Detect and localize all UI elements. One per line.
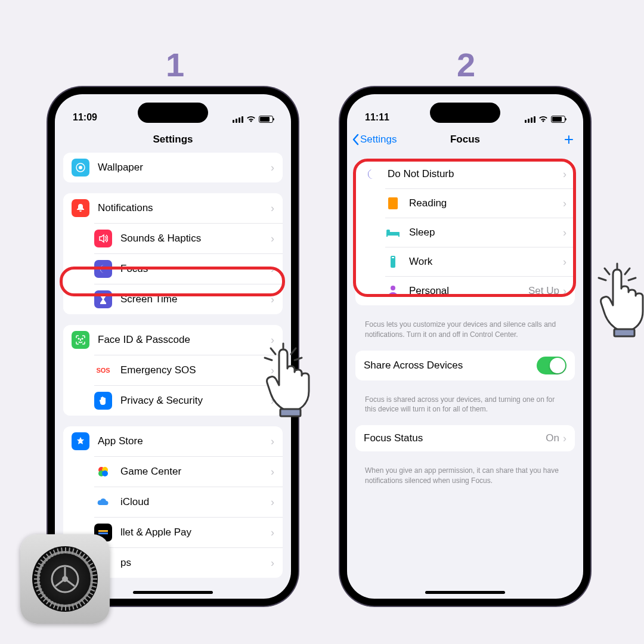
sos-icon: SOS [94, 361, 112, 379]
tap-hand-icon [590, 262, 644, 340]
svg-point-2 [78, 338, 79, 339]
gamecenter-icon [94, 463, 112, 481]
home-indicator [133, 591, 213, 594]
nav-bar: Settings [55, 126, 291, 153]
appstore-icon [72, 432, 89, 450]
svg-line-25 [605, 268, 609, 274]
wifi-icon [538, 116, 548, 123]
hand-icon [94, 392, 112, 410]
status-time: 11:11 [365, 112, 389, 123]
chevron-right-icon: › [271, 293, 274, 306]
svg-rect-15 [398, 235, 400, 237]
chevron-right-icon: › [271, 496, 274, 509]
nav-bar: Settings Focus + [347, 126, 583, 153]
svg-line-35 [65, 579, 75, 586]
chevron-right-icon: › [563, 227, 566, 239]
chevron-right-icon: › [271, 233, 274, 245]
settings-row-screen-time[interactable]: Screen Time› [94, 284, 283, 314]
svg-line-26 [599, 278, 606, 280]
settings-row-face-id-passcode[interactable]: Face ID & Passcode› [63, 325, 283, 355]
chevron-right-icon: › [271, 334, 274, 346]
svg-line-34 [55, 579, 65, 586]
settings-row-privacy-security[interactable]: Privacy & Security› [94, 385, 283, 416]
wallpaper-icon [72, 159, 89, 177]
step-number-1: 1 [166, 45, 184, 84]
settings-app-icon [20, 534, 110, 624]
dynamic-island [430, 103, 500, 123]
home-indicator [425, 591, 505, 594]
settings-row--llet-apple-pay[interactable]: llet & Apple Pay› [94, 517, 283, 547]
chevron-right-icon: › [563, 432, 566, 445]
chevron-right-icon: › [271, 263, 274, 275]
settings-row-notifications[interactable]: Notifications› [63, 193, 283, 223]
svg-point-18 [391, 286, 395, 290]
focus-status-row[interactable]: Focus Status On › [355, 425, 575, 451]
settings-row-app-store[interactable]: App Store› [63, 426, 283, 456]
focus-mode-personal[interactable]: PersonalSet Up› [385, 276, 575, 305]
phone-2: 11:11 Settings Focus + Do Not Disturb›Re… [340, 87, 590, 606]
focus-mode-icon [364, 166, 379, 182]
focus-mode-sleep[interactable]: Sleep› [385, 218, 575, 247]
cloud-icon [94, 493, 112, 511]
svg-rect-30 [614, 329, 634, 336]
svg-rect-10 [98, 532, 108, 534]
focus-mode-do-not-disturb[interactable]: Do Not Disturb› [355, 160, 575, 188]
chevron-right-icon: › [271, 364, 274, 377]
back-button[interactable]: Settings [352, 134, 397, 145]
svg-rect-9 [98, 530, 108, 532]
chevron-right-icon: › [563, 168, 566, 181]
focus-mode-icon [385, 196, 401, 211]
phone-1: 11:09 Settings Wallpaper› Notifications›… [48, 87, 298, 606]
chevron-right-icon: › [563, 285, 566, 298]
share-across-devices-row[interactable]: Share Across Devices [355, 351, 575, 380]
svg-line-28 [628, 278, 636, 280]
settings-row-sounds-haptics[interactable]: Sounds & Haptics› [94, 223, 283, 253]
step-number-2: 2 [457, 45, 475, 84]
svg-rect-13 [386, 230, 390, 233]
chevron-right-icon: › [271, 162, 274, 174]
settings-row-wallpaper[interactable]: Wallpaper› [63, 153, 283, 182]
share-description: Focus is shared across your devices, and… [355, 391, 575, 426]
svg-point-1 [79, 166, 82, 169]
focus-mode-reading[interactable]: Reading› [385, 188, 575, 218]
focus-mode-icon [385, 254, 401, 270]
hourglass-icon [94, 290, 112, 308]
battery-icon [259, 116, 273, 123]
page-title: Focus [450, 134, 480, 145]
settings-row-game-center[interactable]: Game Center› [94, 456, 283, 487]
focus-mode-icon [385, 283, 401, 299]
bell-icon [72, 199, 89, 217]
status-description: When you give an app permission, it can … [355, 462, 575, 497]
settings-row-emergency-sos[interactable]: SOSEmergency SOS› [94, 355, 283, 385]
signal-icon [233, 116, 243, 123]
chevron-right-icon: › [563, 256, 566, 268]
speaker-icon [94, 230, 112, 247]
status-time: 11:09 [73, 112, 97, 123]
svg-rect-14 [386, 235, 388, 237]
svg-rect-11 [388, 197, 398, 209]
chevron-right-icon: › [271, 395, 274, 407]
share-toggle[interactable] [537, 357, 566, 374]
focus-description: Focus lets you customize your devices an… [355, 316, 575, 351]
svg-rect-17 [392, 257, 394, 258]
focus-mode-work[interactable]: Work› [385, 247, 575, 276]
settings-row--ps[interactable]: ps› [94, 547, 283, 578]
svg-point-7 [102, 470, 108, 476]
wifi-icon [246, 116, 256, 123]
faceid-icon [72, 331, 89, 349]
chevron-right-icon: › [271, 527, 274, 539]
svg-line-27 [625, 268, 630, 274]
focus-mode-icon [385, 225, 401, 240]
add-button[interactable]: + [564, 130, 574, 149]
page-title: Settings [153, 134, 193, 145]
moon-icon [94, 260, 112, 278]
settings-row-icloud[interactable]: iCloud› [94, 487, 283, 517]
battery-icon [551, 116, 565, 123]
chevron-right-icon: › [271, 435, 274, 448]
chevron-right-icon: › [563, 197, 566, 210]
signal-icon [525, 116, 535, 123]
chevron-right-icon: › [271, 557, 274, 569]
chevron-right-icon: › [271, 466, 274, 478]
settings-row-focus[interactable]: Focus› [94, 253, 283, 284]
dynamic-island [138, 103, 208, 123]
